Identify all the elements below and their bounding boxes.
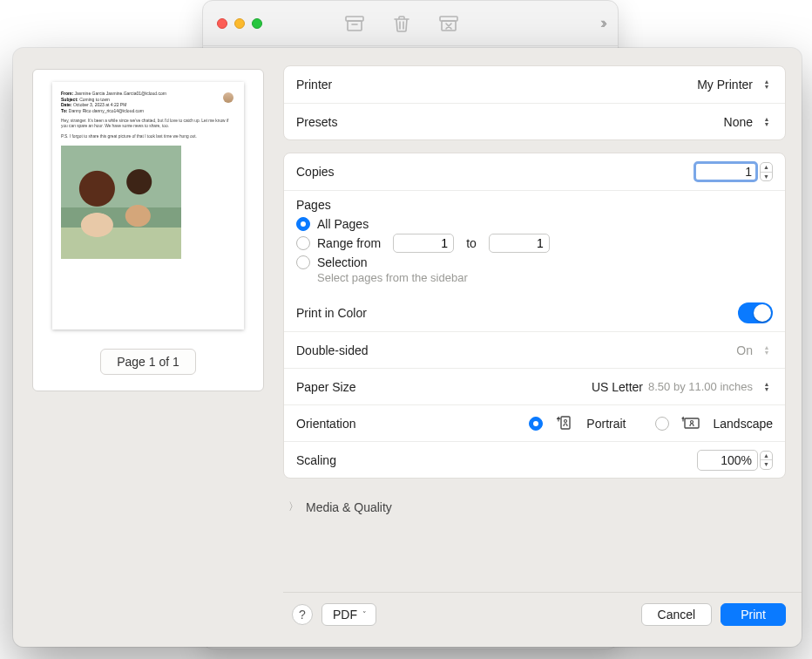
presets-value: None ▲▼ [724,115,773,129]
paper-size-row[interactable]: Paper Size US Letter 8.50 by 11.00 inche… [284,368,785,404]
scaling-row: Scaling ▲▼ [284,441,785,478]
chevron-down-icon: ˅ [362,610,367,619]
close-window-icon[interactable] [217,18,227,29]
double-sided-value-text: On [736,343,753,357]
date-label: Date: [61,102,72,107]
scaling-stepper[interactable]: ▲▼ [760,451,773,470]
stepper-down-icon: ▼ [761,460,772,469]
from-label: From: [61,91,73,96]
print-in-color-toggle[interactable] [738,302,773,323]
orientation-landscape-label: Landscape [713,417,773,431]
portrait-icon [555,416,574,431]
svg-rect-1 [348,21,362,31]
printer-label: Printer [296,78,332,92]
copies-input[interactable] [694,161,758,182]
page-indicator: Page 1 of 1 [100,349,196,375]
printer-row[interactable]: Printer My Printer ▲▼ [284,66,785,103]
landscape-icon [681,416,700,431]
preview-box: From: Jasmine Garcia Jasmine.Garcia01@ic… [32,69,264,391]
printer-presets-group: Printer My Printer ▲▼ Presets None ▲▼ [283,65,786,140]
orientation-portrait-radio[interactable] [529,417,543,431]
media-quality-label: Media & Quality [306,500,392,514]
double-sided-row[interactable]: Double-sided On ▲▼ [284,331,785,368]
pages-selection-label: Selection [317,255,368,269]
pages-all-radio[interactable] [296,217,310,231]
minimize-window-icon[interactable] [234,18,245,29]
junk-icon [436,14,461,33]
pages-block: Pages All Pages Range from to Se [284,190,785,295]
background-toolbar [342,14,461,33]
print-options-group: Copies ▲▼ Pages All Pages Range from [283,153,786,479]
print-in-color-row: Print in Color [284,295,785,331]
help-button[interactable]: ? [292,604,313,625]
presets-row[interactable]: Presets None ▲▼ [284,103,785,139]
paper-size-detail: 8.50 by 11.00 inches [648,380,753,393]
pages-range-to-label: to [466,236,477,250]
popup-arrows-icon: ▲▼ [761,380,773,394]
pdf-dropdown-button[interactable]: PDF ˅ [321,603,376,626]
print-button-label: Print [741,608,766,622]
range-from-input[interactable] [393,234,454,253]
pages-selection-hint: Select pages from the sidebar [317,271,773,284]
pages-selection-radio[interactable] [296,255,310,269]
to-label: To: [61,108,67,113]
scaling-input[interactable] [697,450,758,471]
copies-row: Copies ▲▼ [284,153,785,190]
svg-point-8 [691,420,694,423]
dialog-footer: ? PDF ˅ Cancel Print [283,592,802,636]
email-body-1: Hey, stranger. It's been a while since w… [61,119,235,129]
pdf-button-label: PDF [333,608,357,622]
stepper-up-icon: ▲ [761,452,772,461]
trash-icon [389,14,414,33]
settings-pane: Printer My Printer ▲▼ Presets None ▲▼ [283,48,802,647]
subject-value: Coming to town [79,97,110,102]
page-thumbnail[interactable]: From: Jasmine Garcia Jasmine.Garcia01@ic… [52,82,244,330]
archive-icon [342,14,367,33]
subject-label: Subject: [61,97,78,102]
popup-arrows-icon: ▲▼ [761,78,773,92]
popup-arrows-icon: ▲▼ [761,343,773,357]
double-sided-label: Double-sided [296,343,369,357]
orientation-label: Orientation [296,417,355,431]
orientation-landscape-radio[interactable] [655,417,669,431]
popup-arrows-icon: ▲▼ [761,115,773,129]
media-quality-disclosure[interactable]: 〉 Media & Quality [283,491,786,516]
pages-all-row: All Pages [296,217,773,231]
pages-label: Pages [296,198,773,212]
orientation-row: Orientation Portrait Landscape [284,404,785,441]
copies-stepper[interactable]: ▲▼ [760,162,773,181]
orientation-portrait-label: Portrait [586,417,626,431]
scaling-label: Scaling [296,453,336,467]
email-photo [61,146,181,259]
presets-label: Presets [296,115,337,129]
stepper-down-icon: ▼ [761,173,772,181]
chevron-right-icon: 〉 [288,499,299,514]
preview-pane: From: Jasmine Garcia Jasmine.Garcia01@ic… [13,48,283,647]
pages-range-prefix: Range from [317,236,381,250]
cancel-button-label: Cancel [658,608,696,622]
copies-label: Copies [296,165,335,179]
print-in-color-label: Print in Color [296,306,367,320]
background-titlebar: ›› [203,1,618,46]
double-sided-value: On ▲▼ [736,343,773,357]
pages-all-label: All Pages [317,217,369,231]
date-value: October 3, 2023 at 4:22 PM [73,102,126,107]
presets-value-text: None [724,115,753,129]
traffic-lights [217,18,262,29]
from-value: Jasmine Garcia Jasmine.Garcia01@icloud.c… [75,91,166,96]
paper-size-label: Paper Size [296,380,355,394]
print-dialog: From: Jasmine Garcia Jasmine.Garcia01@ic… [13,48,802,647]
print-button[interactable]: Print [721,603,786,626]
cancel-button[interactable]: Cancel [641,603,713,626]
range-to-input[interactable] [489,234,550,253]
email-body-2: P.S. I forgot to share this great pictur… [61,134,235,139]
pages-selection-row: Selection [296,255,773,269]
printer-value: My Printer ▲▼ [697,78,773,92]
zoom-window-icon[interactable] [252,18,262,29]
avatar-icon [223,92,233,103]
svg-point-6 [565,419,567,422]
pages-range-row: Range from to [296,234,773,253]
pages-range-radio[interactable] [296,236,310,250]
to-value: Danny Rico danny_rico14@icloud.com [69,108,144,113]
printer-value-text: My Printer [697,78,753,92]
